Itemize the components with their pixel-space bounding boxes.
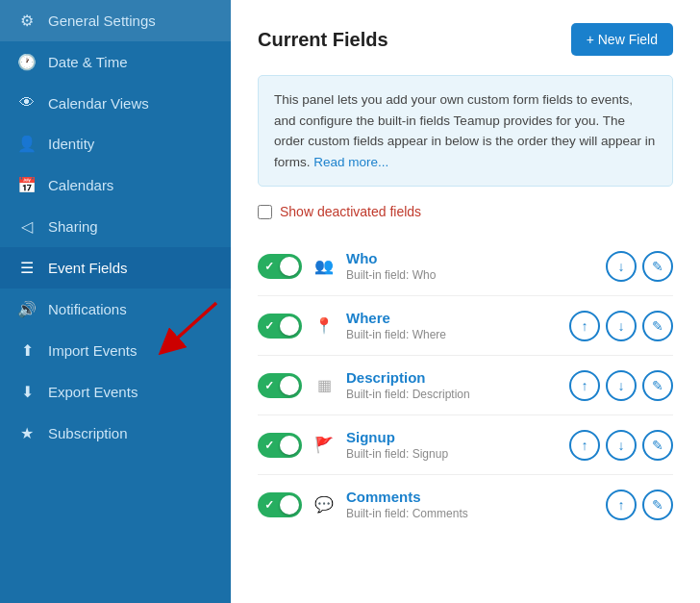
toggle-track-where[interactable]: ✓: [258, 314, 302, 339]
move-down-button-signup[interactable]: ↓: [606, 430, 637, 461]
fields-list: ✓ 👥 Who Built-in field: Who ↓✎ ✓ 📍 Where…: [258, 237, 673, 534]
toggle-thumb-signup: [280, 436, 299, 455]
sidebar-item-label-calendars: Calendars: [48, 177, 113, 193]
read-more-link[interactable]: Read more...: [313, 155, 388, 169]
toggle-track-who[interactable]: ✓: [258, 254, 302, 279]
field-row-comments: ✓ 💬 Comments Built-in field: Comments ↑✎: [258, 475, 673, 534]
sidebar-item-event-fields[interactable]: ☰Event Fields: [0, 247, 231, 289]
toggle-thumb-where: [280, 316, 299, 336]
edit-button-who[interactable]: ✎: [642, 251, 673, 282]
sidebar-item-calendars[interactable]: 📅Calendars: [0, 164, 231, 206]
notifications-icon: 🔊: [17, 300, 37, 318]
field-actions-description: ↑↓✎: [569, 370, 673, 401]
field-sub-where: Built-in field: Where: [346, 328, 558, 341]
move-up-button-where[interactable]: ↑: [569, 311, 600, 341]
toggle-comments[interactable]: ✓: [258, 492, 302, 517]
field-actions-signup: ↑↓✎: [569, 430, 673, 461]
calendar-views-icon: 👁: [17, 94, 37, 112]
edit-button-description[interactable]: ✎: [642, 370, 673, 401]
move-down-button-description[interactable]: ↓: [606, 370, 637, 401]
sidebar-item-label-general-settings: General Settings: [48, 13, 156, 29]
field-row-where: ✓ 📍 Where Built-in field: Where ↑↓✎: [258, 296, 673, 356]
field-name-where: Where: [346, 310, 558, 326]
toggle-track-comments[interactable]: ✓: [258, 492, 302, 517]
field-icon-comments: 💬: [313, 495, 335, 514]
toggle-who[interactable]: ✓: [258, 254, 302, 279]
field-info-who: Who Built-in field: Who: [346, 250, 594, 282]
page-title: Current Fields: [258, 29, 388, 51]
field-actions-comments: ↑✎: [606, 490, 673, 520]
info-box: This panel lets you add your own custom …: [258, 75, 673, 187]
toggle-thumb-description: [280, 376, 299, 395]
toggle-check-where: ✓: [264, 319, 274, 333]
move-up-button-comments[interactable]: ↑: [606, 490, 637, 520]
identity-icon: 👤: [17, 135, 37, 153]
subscription-icon: ★: [17, 424, 37, 442]
field-sub-who: Built-in field: Who: [346, 268, 594, 282]
sidebar-item-label-date-time: Date & Time: [48, 54, 128, 70]
field-info-where: Where Built-in field: Where: [346, 310, 558, 341]
edit-button-comments[interactable]: ✎: [642, 490, 673, 520]
move-down-button-who[interactable]: ↓: [606, 251, 637, 282]
event-fields-icon: ☰: [17, 259, 37, 277]
toggle-thumb-comments: [280, 495, 299, 515]
field-name-who: Who: [346, 250, 594, 266]
sharing-icon: ◁: [17, 217, 37, 236]
field-actions-who: ↓✎: [606, 251, 673, 282]
main-header: Current Fields + New Field: [258, 23, 673, 56]
sidebar-item-export-events[interactable]: ⬇Export Events: [0, 371, 231, 413]
toggle-check-comments: ✓: [264, 498, 274, 512]
sidebar-item-sharing[interactable]: ◁Sharing: [0, 206, 231, 247]
sidebar-item-notifications[interactable]: 🔊Notifications: [0, 289, 231, 330]
sidebar-item-label-export-events: Export Events: [48, 384, 138, 400]
field-sub-comments: Built-in field: Comments: [346, 507, 594, 520]
field-sub-signup: Built-in field: Signup: [346, 447, 558, 461]
sidebar-item-label-sharing: Sharing: [48, 218, 98, 235]
sidebar-item-label-calendar-views: Calendar Views: [48, 95, 149, 112]
sidebar-item-label-identity: Identity: [48, 136, 94, 152]
field-icon-description: ▦: [313, 376, 335, 394]
field-icon-signup: 🚩: [313, 436, 335, 454]
field-info-description: Description Built-in field: Description: [346, 369, 558, 401]
field-row-who: ✓ 👥 Who Built-in field: Who ↓✎: [258, 237, 673, 296]
sidebar-item-label-event-fields: Event Fields: [48, 260, 128, 276]
field-actions-where: ↑↓✎: [569, 311, 673, 341]
toggle-track-signup[interactable]: ✓: [258, 433, 302, 458]
new-field-button[interactable]: + New Field: [571, 23, 673, 56]
field-icon-where: 📍: [313, 316, 335, 335]
field-info-signup: Signup Built-in field: Signup: [346, 429, 558, 461]
sidebar-item-identity[interactable]: 👤Identity: [0, 123, 231, 164]
edit-button-signup[interactable]: ✎: [642, 430, 673, 461]
toggle-where[interactable]: ✓: [258, 314, 302, 339]
toggle-check-signup: ✓: [264, 439, 274, 452]
toggle-signup[interactable]: ✓: [258, 433, 302, 458]
toggle-thumb-who: [280, 257, 299, 276]
toggle-description[interactable]: ✓: [258, 373, 302, 398]
general-settings-icon: ⚙: [17, 12, 37, 30]
main-content: Current Fields + New Field This panel le…: [231, 0, 700, 603]
field-name-signup: Signup: [346, 429, 558, 445]
show-deactivated-row: Show deactivated fields: [258, 204, 673, 219]
toggle-check-description: ✓: [264, 379, 274, 392]
edit-button-where[interactable]: ✎: [642, 311, 673, 341]
show-deactivated-label: Show deactivated fields: [280, 204, 421, 219]
field-row-signup: ✓ 🚩 Signup Built-in field: Signup ↑↓✎: [258, 415, 673, 475]
show-deactivated-checkbox[interactable]: [258, 205, 272, 219]
import-events-icon: ⬆: [17, 341, 37, 360]
move-up-button-signup[interactable]: ↑: [569, 430, 600, 461]
sidebar-item-calendar-views[interactable]: 👁Calendar Views: [0, 83, 231, 123]
sidebar: ⚙General Settings🕐Date & Time👁Calendar V…: [0, 0, 231, 603]
calendars-icon: 📅: [17, 176, 37, 194]
field-icon-who: 👥: [313, 257, 335, 275]
sidebar-item-import-events[interactable]: ⬆Import Events: [0, 330, 231, 371]
export-events-icon: ⬇: [17, 383, 37, 401]
sidebar-item-date-time[interactable]: 🕐Date & Time: [0, 41, 231, 83]
sidebar-item-general-settings[interactable]: ⚙General Settings: [0, 0, 231, 41]
move-up-button-description[interactable]: ↑: [569, 370, 600, 401]
move-down-button-where[interactable]: ↓: [606, 311, 637, 341]
field-name-comments: Comments: [346, 489, 594, 505]
date-time-icon: 🕐: [17, 53, 37, 71]
field-sub-description: Built-in field: Description: [346, 388, 558, 401]
sidebar-item-subscription[interactable]: ★Subscription: [0, 413, 231, 454]
toggle-track-description[interactable]: ✓: [258, 373, 302, 398]
